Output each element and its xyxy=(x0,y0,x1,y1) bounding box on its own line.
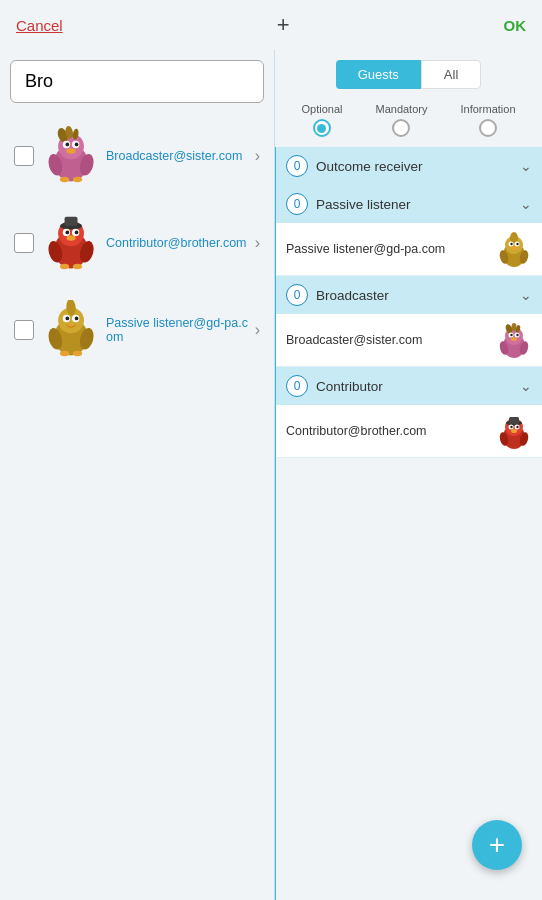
cancel-button[interactable]: Cancel xyxy=(16,17,63,34)
section-header-broadcaster[interactable]: 0 Broadcaster ⌄ xyxy=(276,276,542,314)
svg-point-37 xyxy=(72,350,81,356)
plus-icon[interactable]: + xyxy=(277,12,290,38)
svg-point-67 xyxy=(516,426,518,428)
radio-information[interactable]: Information xyxy=(460,103,515,137)
svg-point-56 xyxy=(516,334,518,336)
member-row-passive: Passive listener@gd-pa.com xyxy=(276,223,542,276)
ok-button[interactable]: OK xyxy=(504,17,527,34)
chevron-broadcaster: › xyxy=(255,147,260,165)
svg-point-42 xyxy=(510,243,512,245)
section-count-passive: 0 xyxy=(286,193,308,215)
member-avatar-passive xyxy=(496,231,532,267)
header: Cancel + OK xyxy=(0,0,542,50)
tab-all[interactable]: All xyxy=(421,60,481,89)
contact-checkbox-broadcaster[interactable] xyxy=(14,146,34,166)
section-contributor: 0 Contributor ⌄ Contributor@brother.com xyxy=(276,367,542,458)
svg-point-65 xyxy=(510,426,512,428)
right-panel: Guests All Optional Mandatory Informatio… xyxy=(275,50,542,900)
section-header-passive[interactable]: 0 Passive listener ⌄ xyxy=(276,185,542,223)
svg-rect-63 xyxy=(509,417,519,424)
section-header-contributor[interactable]: 0 Contributor ⌄ xyxy=(276,367,542,405)
section-chevron-outcome: ⌄ xyxy=(520,158,532,174)
contact-item-broadcaster[interactable]: Broadcaster@sister.com › xyxy=(10,117,264,194)
section-count-outcome: 0 xyxy=(286,155,308,177)
contact-item-passive[interactable]: Passive listener@gd-pa.com › xyxy=(10,291,264,368)
member-email-broadcaster: Broadcaster@sister.com xyxy=(286,333,496,347)
svg-point-13 xyxy=(72,176,81,182)
svg-point-6 xyxy=(65,142,69,146)
chevron-contributor: › xyxy=(255,234,260,252)
section-title-contributor: Contributor xyxy=(316,379,512,394)
svg-point-68 xyxy=(511,429,517,433)
contact-info-contributor: Contributor@brother.com xyxy=(106,236,247,250)
section-chevron-broadcaster: ⌄ xyxy=(520,287,532,303)
svg-point-33 xyxy=(74,316,78,320)
section-chevron-contributor: ⌄ xyxy=(520,378,532,394)
section-chevron-passive: ⌄ xyxy=(520,196,532,212)
member-avatar-broadcaster xyxy=(496,322,532,358)
svg-point-57 xyxy=(511,337,517,341)
chevron-passive: › xyxy=(255,321,260,339)
radio-information-label: Information xyxy=(460,103,515,115)
member-row-broadcaster: Broadcaster@sister.com xyxy=(276,314,542,367)
left-panel: Broadcaster@sister.com › xyxy=(0,50,275,900)
section-broadcaster: 0 Broadcaster ⌄ Broadcaster@sister.com xyxy=(276,276,542,367)
member-row-contributor: Contributor@brother.com xyxy=(276,405,542,458)
contact-email-contributor: Contributor@brother.com xyxy=(106,236,247,250)
fab-add-button[interactable]: + xyxy=(472,820,522,870)
radio-mandatory-circle[interactable] xyxy=(392,119,410,137)
radio-optional-label: Optional xyxy=(302,103,343,115)
svg-point-19 xyxy=(65,230,69,234)
radio-row: Optional Mandatory Information xyxy=(275,97,542,147)
right-panel-inner: 0 Outcome receiver ⌄ 0 Passive listener … xyxy=(275,147,542,900)
svg-point-25 xyxy=(59,263,68,269)
svg-point-44 xyxy=(516,243,518,245)
contact-info-broadcaster: Broadcaster@sister.com xyxy=(106,149,242,163)
svg-point-51 xyxy=(512,323,517,331)
main-container: Broadcaster@sister.com › xyxy=(0,50,542,900)
svg-point-45 xyxy=(511,246,517,250)
svg-point-9 xyxy=(66,148,75,154)
avatar-passive xyxy=(42,297,100,362)
member-email-passive: Passive listener@gd-pa.com xyxy=(286,242,496,256)
contact-item-contributor[interactable]: Contributor@brother.com › xyxy=(10,204,264,281)
avatar-contributor xyxy=(42,210,100,275)
section-header-outcome[interactable]: 0 Outcome receiver ⌄ xyxy=(276,147,542,185)
section-outcome-receiver: 0 Outcome receiver ⌄ xyxy=(276,147,542,185)
svg-point-21 xyxy=(74,230,78,234)
svg-point-12 xyxy=(59,176,68,182)
svg-rect-17 xyxy=(64,216,77,225)
radio-optional-circle[interactable] xyxy=(313,119,331,137)
radio-mandatory-label: Mandatory xyxy=(375,103,427,115)
radio-mandatory[interactable]: Mandatory xyxy=(375,103,427,137)
svg-point-22 xyxy=(66,235,75,241)
tab-bar: Guests All xyxy=(275,50,542,97)
contact-checkbox-passive[interactable] xyxy=(14,320,34,340)
svg-point-8 xyxy=(74,142,78,146)
contact-checkbox-contributor[interactable] xyxy=(14,233,34,253)
member-email-contributor: Contributor@brother.com xyxy=(286,424,496,438)
contact-email-passive: Passive listener@gd-pa.com xyxy=(106,316,255,344)
contact-email-broadcaster: Broadcaster@sister.com xyxy=(106,149,242,163)
svg-point-26 xyxy=(72,263,81,269)
section-title-passive: Passive listener xyxy=(316,197,512,212)
member-avatar-contributor xyxy=(496,413,532,449)
radio-information-circle[interactable] xyxy=(479,119,497,137)
section-title-broadcaster: Broadcaster xyxy=(316,288,512,303)
section-count-broadcaster: 0 xyxy=(286,284,308,306)
svg-point-54 xyxy=(510,334,512,336)
search-input[interactable] xyxy=(10,60,264,103)
section-count-contributor: 0 xyxy=(286,375,308,397)
section-title-outcome: Outcome receiver xyxy=(316,159,512,174)
svg-point-36 xyxy=(59,350,68,356)
svg-point-31 xyxy=(65,316,69,320)
tab-guests[interactable]: Guests xyxy=(336,60,421,89)
radio-optional[interactable]: Optional xyxy=(302,103,343,137)
avatar-broadcaster xyxy=(42,123,100,188)
contact-info-passive: Passive listener@gd-pa.com xyxy=(106,316,255,344)
section-passive-listener: 0 Passive listener ⌄ Passive listener@gd… xyxy=(276,185,542,276)
